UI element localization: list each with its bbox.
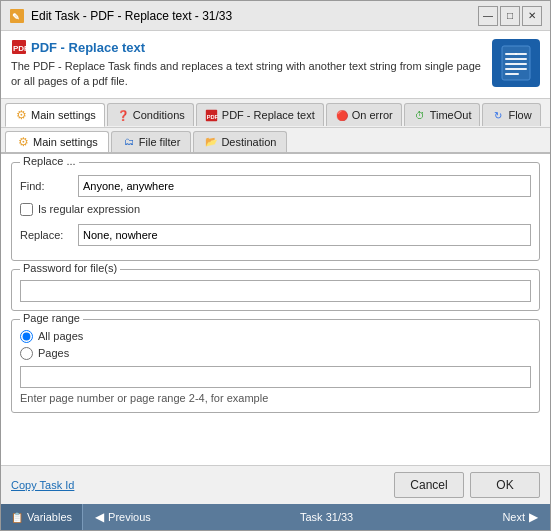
task-counter: Task 31/33 [163,504,491,530]
tab-conditions[interactable]: ❓ Conditions [107,103,194,126]
previous-button[interactable]: ◀ Previous [83,504,163,530]
pages-range-input[interactable] [20,366,531,388]
header-left: PDF PDF - Replace text The PDF - Replace… [11,39,492,90]
sub-tab-main-settings[interactable]: ⚙ Main settings [5,131,109,152]
replace-label: Replace: [20,229,78,241]
password-group: Password for file(s) [11,269,540,311]
svg-rect-6 [505,58,527,60]
variables-icon: 📋 [11,512,23,523]
content-area: Replace ... Find: Is regular expression … [1,154,550,465]
document-lines-icon [501,45,531,81]
window-controls: — □ ✕ [478,6,542,26]
pages-radio[interactable] [20,347,33,360]
prev-arrow-icon: ◀ [95,510,104,524]
ok-button[interactable]: OK [470,472,540,498]
minimize-button[interactable]: — [478,6,498,26]
tab-on-error[interactable]: 🔴 On error [326,103,402,126]
footer-bar: Copy Task Id Cancel OK [1,465,550,504]
copy-task-id-link[interactable]: Copy Task Id [11,479,394,491]
variables-label: Variables [27,511,72,523]
flow-icon: ↻ [491,108,505,122]
page-range-label: Page range [20,312,83,324]
next-button[interactable]: Next ▶ [490,504,550,530]
all-pages-radio[interactable] [20,330,33,343]
app-icon: ✎ [9,8,25,24]
maximize-button[interactable]: □ [500,6,520,26]
replace-group: Replace ... Find: Is regular expression … [11,162,540,261]
sub-gear-icon: ⚙ [16,135,30,149]
next-label: Next [502,511,525,523]
page-range-group: Page range All pages Pages Enter page nu… [11,319,540,413]
replace-group-label: Replace ... [20,155,79,167]
is-regex-checkbox[interactable] [20,203,33,216]
conditions-icon: ❓ [116,108,130,122]
find-row: Find: [20,175,531,197]
tab-flow[interactable]: ↻ Flow [482,103,540,126]
header-doc-icon [492,39,540,87]
pdf-replace-icon: PDF [205,108,219,122]
header-description: The PDF - Replace Task finds and replace… [11,59,492,90]
window-title: Edit Task - PDF - Replace text - 31/33 [31,9,478,23]
svg-rect-9 [505,68,527,70]
header-title: PDF PDF - Replace text [11,39,492,55]
file-filter-icon: 🗂 [122,135,136,149]
footer-buttons: Cancel OK [394,472,540,498]
cancel-button[interactable]: Cancel [394,472,464,498]
gear-icon: ⚙ [14,108,28,122]
tab-main-settings[interactable]: ⚙ Main settings [5,103,105,127]
nav-tabs: ⚙ Main settings ❓ Conditions PDF PDF - R… [1,99,550,128]
title-bar: ✎ Edit Task - PDF - Replace text - 31/33… [1,1,550,31]
all-pages-row: All pages [20,330,531,343]
previous-label: Previous [108,511,151,523]
next-arrow-icon: ▶ [529,510,538,524]
pages-row: Pages [20,347,531,360]
is-regex-label: Is regular expression [38,203,140,215]
bottom-bar: 📋 Variables ◀ Previous Task 31/33 Next ▶ [1,504,550,530]
replace-input[interactable] [78,224,531,246]
error-icon: 🔴 [335,108,349,122]
svg-rect-10 [505,73,519,75]
tab-pdf-replace[interactable]: PDF PDF - Replace text [196,103,324,126]
close-button[interactable]: ✕ [522,6,542,26]
all-pages-label: All pages [38,330,83,342]
find-label: Find: [20,180,78,192]
destination-icon: 📂 [204,135,218,149]
svg-text:PDF: PDF [13,44,27,53]
password-group-label: Password for file(s) [20,262,120,274]
pages-label: Pages [38,347,69,359]
variables-button[interactable]: 📋 Variables [1,504,83,530]
svg-rect-8 [505,63,527,65]
find-input[interactable] [78,175,531,197]
tab-timeout[interactable]: ⏱ TimeOut [404,103,481,126]
replace-row: Replace: [20,224,531,246]
sub-tabs: ⚙ Main settings 🗂 File filter 📂 Destinat… [1,128,550,154]
password-input[interactable] [20,280,531,302]
sub-tab-destination[interactable]: 📂 Destination [193,131,287,152]
regex-row: Is regular expression [20,203,531,216]
svg-text:✎: ✎ [12,12,20,22]
svg-rect-7 [515,53,527,55]
pdf-icon: PDF [11,39,27,55]
hint-text: Enter page number or page range 2-4, for… [20,392,531,404]
svg-text:PDF: PDF [207,114,218,120]
timeout-icon: ⏱ [413,108,427,122]
sub-tab-file-filter[interactable]: 🗂 File filter [111,131,192,152]
main-window: ✎ Edit Task - PDF - Replace text - 31/33… [0,0,551,531]
header-section: PDF PDF - Replace text The PDF - Replace… [1,31,550,99]
